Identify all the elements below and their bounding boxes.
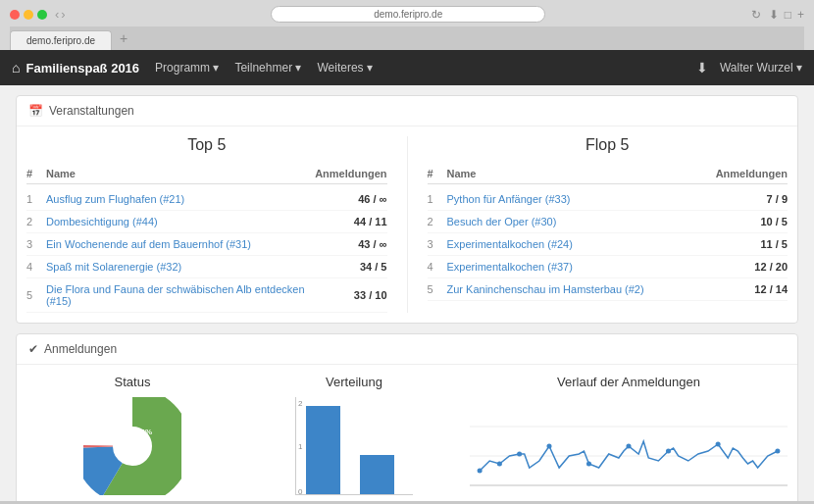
veranstaltungen-header: 📅 Veranstaltungen bbox=[17, 96, 797, 126]
app-container: ⌂ Familienspaß 2016 Programm ▾ Teilnehme… bbox=[0, 50, 814, 501]
row-name[interactable]: Python für Anfänger (#33) bbox=[447, 193, 710, 205]
row-name[interactable]: Experimentalkochen (#37) bbox=[447, 261, 710, 273]
charts-container: Status 83.7% 16% bbox=[17, 365, 797, 501]
flop5-row-3: 3 Experimentalkochen (#24) 11 / 5 bbox=[428, 233, 789, 256]
home-icon[interactable]: ⌂ bbox=[12, 60, 20, 76]
flop5-col-name: Name bbox=[447, 168, 710, 179]
flop5-col-anmeldungen: Anmeldungen bbox=[709, 168, 788, 179]
top5-title: Top 5 bbox=[26, 136, 387, 154]
browser-actions: ⬇ □ + bbox=[769, 8, 804, 22]
calendar-icon: 📅 bbox=[28, 104, 43, 118]
dot-2 bbox=[497, 462, 502, 467]
row-anmeldungen: 34 / 5 bbox=[309, 261, 387, 273]
flop5-row-2: 2 Besuch der Oper (#30) 10 / 5 bbox=[428, 211, 789, 233]
bar-anmeldungen bbox=[306, 406, 340, 494]
row-name[interactable]: Dombesichtigung (#44) bbox=[46, 216, 309, 227]
row-name[interactable]: Die Flora und Fauna der schwäbischen Alb… bbox=[46, 283, 309, 307]
add-tab-icon[interactable]: + bbox=[797, 8, 804, 22]
flop5-row-1: 1 Python für Anfänger (#33) 7 / 9 bbox=[428, 188, 789, 211]
minimize-dot[interactable] bbox=[24, 10, 33, 20]
row-num: 4 bbox=[428, 261, 447, 273]
row-name[interactable]: Spaß mit Solarenergie (#32) bbox=[46, 261, 309, 273]
share-icon[interactable]: □ bbox=[785, 8, 791, 22]
flop5-row-5: 5 Zur Kaninchenschau im Hamsterbau (#2) … bbox=[428, 278, 789, 301]
anmeldungen-card: ✔ Anmeldungen Status bbox=[16, 333, 798, 501]
dot-1 bbox=[478, 469, 483, 474]
dot-4 bbox=[546, 444, 551, 449]
bar-chart-container: 0 1 2 Anzahl der angenommenen Anmeldunge… bbox=[248, 397, 460, 501]
top5-rows: 1 Ausflug zum Flughafen (#21) 46 / ∞ 2 D… bbox=[26, 188, 387, 313]
pie-container: 83.7% 16% Zugeteilt Warteliste bbox=[26, 397, 238, 501]
navbar: ⌂ Familienspaß 2016 Programm ▾ Teilnehme… bbox=[0, 50, 814, 85]
verlauf-chart-section: Verlauf der Anmeldungen bbox=[470, 375, 788, 501]
new-tab-button[interactable]: + bbox=[112, 26, 135, 50]
url-bar[interactable]: demo.feripro.de bbox=[271, 6, 545, 23]
row-anmeldungen: 43 / ∞ bbox=[309, 238, 387, 250]
flop5-row-4: 4 Experimentalkochen (#37) 12 / 20 bbox=[428, 256, 789, 278]
nav-buttons: ‹ › bbox=[55, 7, 66, 22]
row-name[interactable]: Besuch der Oper (#30) bbox=[447, 216, 710, 227]
dot-7 bbox=[666, 449, 671, 454]
user-menu[interactable]: Walter Wurzel ▾ bbox=[720, 61, 802, 75]
axis-1: 1 bbox=[298, 442, 302, 451]
top5-row-3: 3 Ein Wochenende auf dem Bauernhof (#31)… bbox=[26, 233, 387, 256]
row-name[interactable]: Ein Wochenende auf dem Bauernhof (#31) bbox=[46, 238, 309, 250]
row-anmeldungen: 33 / 10 bbox=[309, 289, 387, 301]
top5-section: Top 5 # Name Anmeldungen 1 Ausflug zum F… bbox=[26, 136, 408, 313]
active-tab[interactable]: demo.feripro.de bbox=[10, 30, 112, 50]
top5-header: # Name Anmeldungen bbox=[26, 164, 387, 184]
flop5-rows: 1 Python für Anfänger (#33) 7 / 9 2 Besu… bbox=[428, 188, 789, 301]
nav-weiteres[interactable]: Weiteres ▾ bbox=[317, 61, 372, 75]
top-flop-container: Top 5 # Name Anmeldungen 1 Ausflug zum F… bbox=[17, 126, 797, 323]
top5-col-num: # bbox=[26, 168, 46, 179]
top5-row-4: 4 Spaß mit Solarenergie (#32) 34 / 5 bbox=[26, 256, 387, 278]
line-chart-svg bbox=[470, 397, 788, 501]
row-name[interactable]: Experimentalkochen (#24) bbox=[447, 238, 710, 250]
row-num: 3 bbox=[428, 238, 447, 250]
forward-icon[interactable]: › bbox=[61, 7, 65, 22]
close-dot[interactable] bbox=[10, 10, 20, 20]
veranstaltungen-title: Veranstaltungen bbox=[49, 104, 134, 118]
row-name[interactable]: Zur Kaninchenschau im Hamsterbau (#2) bbox=[447, 283, 710, 295]
check-icon: ✔ bbox=[28, 342, 38, 356]
nav-teilnehmer[interactable]: Teilnehmer ▾ bbox=[234, 61, 301, 75]
flop5-title: Flop 5 bbox=[428, 136, 789, 154]
row-num: 2 bbox=[428, 216, 447, 227]
row-anmeldungen: 12 / 20 bbox=[709, 261, 788, 273]
main-content: 📅 Veranstaltungen Top 5 # Name Anmeldung… bbox=[0, 85, 814, 501]
maximize-dot[interactable] bbox=[37, 10, 47, 20]
top5-col-anmeldungen: Anmeldungen bbox=[309, 168, 387, 179]
flop5-header: # Name Anmeldungen bbox=[428, 164, 789, 184]
verlauf-title: Verlauf der Anmeldungen bbox=[470, 375, 788, 389]
row-name[interactable]: Ausflug zum Flughafen (#21) bbox=[46, 193, 309, 205]
row-anmeldungen: 7 / 9 bbox=[709, 193, 788, 205]
refresh-icon[interactable]: ↻ bbox=[751, 8, 761, 22]
bar-chart: 0 1 2 bbox=[295, 397, 413, 495]
download-nav-icon[interactable]: ⬇ bbox=[696, 60, 708, 76]
status-title: Status bbox=[26, 375, 238, 389]
anmeldungen-header: ✔ Anmeldungen bbox=[17, 334, 797, 365]
top5-col-name: Name bbox=[46, 168, 309, 179]
dot-8 bbox=[716, 442, 721, 447]
brand-label: Familienspaß 2016 bbox=[25, 61, 139, 76]
row-num: 2 bbox=[26, 216, 46, 227]
top5-row-1: 1 Ausflug zum Flughafen (#21) 46 / ∞ bbox=[26, 188, 387, 211]
nav-programm[interactable]: Programm ▾ bbox=[155, 61, 219, 75]
row-anmeldungen: 10 / 5 bbox=[709, 216, 788, 227]
blue-percent-label: 16% bbox=[136, 428, 152, 436]
row-num: 4 bbox=[26, 261, 46, 273]
back-icon[interactable]: ‹ bbox=[55, 7, 59, 22]
nav-programm-label: Programm ▾ bbox=[155, 61, 219, 75]
row-num: 3 bbox=[26, 238, 46, 250]
verteilung-title: Verteilung bbox=[248, 375, 460, 389]
top5-row-5: 5 Die Flora und Fauna der schwäbischen A… bbox=[26, 278, 387, 313]
status-chart-section: Status 83.7% 16% bbox=[26, 375, 238, 501]
dot-6 bbox=[626, 444, 631, 449]
dot-9 bbox=[775, 449, 780, 454]
nav-weiteres-label: Weiteres ▾ bbox=[317, 61, 372, 75]
download-icon[interactable]: ⬇ bbox=[769, 8, 779, 22]
row-anmeldungen: 46 / ∞ bbox=[309, 193, 387, 205]
bar-teilnehmer bbox=[360, 455, 394, 494]
row-num: 1 bbox=[428, 193, 447, 205]
axis-0: 0 bbox=[298, 487, 302, 496]
